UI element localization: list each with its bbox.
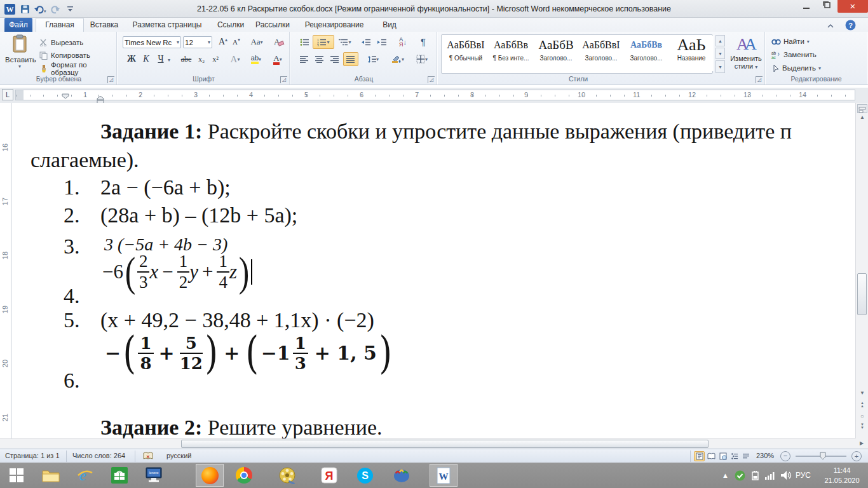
zoom-level[interactable]: 230% (756, 452, 774, 459)
select-button[interactable]: Выделить▾ (771, 62, 821, 74)
tab-home[interactable]: Главная (36, 18, 84, 32)
list-number-4[interactable]: 4. (64, 284, 80, 308)
tray-antivirus-icon[interactable] (735, 470, 745, 484)
cut-button[interactable]: Вырезать (39, 37, 83, 48)
font-size-combo[interactable]: 12▾ (183, 36, 212, 48)
list-item-5[interactable]: (x + 49,2 − 38,48 + 1,1x) · (−2) (100, 308, 374, 332)
styles-more-button[interactable]: ▼ (715, 60, 725, 73)
taskbar-file-explorer-icon[interactable] (37, 464, 65, 487)
taskbar-chrome-icon[interactable] (230, 464, 258, 487)
word-count[interactable]: Число слов: 264 (72, 452, 125, 459)
tab-page-layout[interactable]: Разметка страницы (125, 18, 210, 32)
font-color-button[interactable]: А▾ (268, 53, 287, 65)
multilevel-list-button[interactable]: ▾ (336, 36, 355, 48)
document-page[interactable]: Задание 1: Раскройте скобки и упростите … (12, 103, 855, 438)
maximize-button[interactable] (817, 0, 836, 13)
view-print-layout-button[interactable] (694, 451, 705, 461)
copy-button[interactable]: Копировать (39, 50, 90, 61)
taskbar-word-icon[interactable]: W (430, 464, 458, 487)
select-browse-object-button[interactable]: ○ (856, 413, 868, 419)
doc-heading1-cont[interactable]: слагаемые). (31, 148, 139, 172)
horizontal-ruler[interactable]: 1 2 3 4 5 6 7 8 9 10 11 12 13 14 (15, 90, 855, 100)
zoom-slider-thumb[interactable] (820, 452, 826, 461)
zoom-out-button[interactable]: − (780, 451, 790, 461)
tab-view[interactable]: Вид (375, 18, 404, 32)
vertical-ruler[interactable]: 16 17 18 19 20 21 (0, 103, 11, 438)
tab-insert[interactable]: Вставка (87, 18, 121, 32)
view-draft-button[interactable] (740, 451, 751, 461)
vertical-scrollbar-thumb[interactable] (857, 273, 867, 315)
bold-button[interactable]: Ж (125, 53, 139, 65)
styles-scroll-up-button[interactable]: ▲ (715, 35, 725, 46)
decrease-indent-button[interactable] (358, 36, 374, 48)
list-number-6[interactable]: 6. (64, 369, 80, 393)
tray-expand-arrow[interactable]: ▲ (722, 471, 729, 479)
strikethrough-button[interactable]: abc (178, 53, 194, 65)
ruler-toggle-button[interactable] (857, 104, 867, 113)
taskbar-store-icon[interactable] (105, 464, 133, 487)
style-card-heading1[interactable]: АаБбВЗаголово... (534, 36, 578, 71)
first-line-indent-marker[interactable] (62, 90, 69, 102)
list-number-1[interactable]: 1. (64, 175, 80, 200)
previous-page-button[interactable]: ▲▲ (856, 402, 868, 408)
ribbon-collapse-button[interactable] (826, 21, 835, 32)
replace-button[interactable]: abac Заменить (771, 49, 817, 60)
taskbar-yandex-icon[interactable]: Я (315, 464, 343, 487)
qat-customize-button[interactable] (64, 3, 78, 15)
align-left-button[interactable] (297, 53, 311, 65)
taskbar-skype-icon[interactable]: S (351, 464, 379, 487)
language-indicator[interactable]: русский (166, 452, 191, 459)
styles-dialog-launcher[interactable]: ◿ (756, 76, 763, 83)
style-card-normal[interactable]: АаБбВвІ¶ Обычный (444, 36, 488, 71)
paragraph-dialog-launcher[interactable]: ◿ (428, 76, 435, 83)
tray-network-icon[interactable] (764, 471, 776, 482)
style-card-heading3[interactable]: АаБбВвЗаголово... (624, 36, 668, 71)
horizontal-scrollbar[interactable] (0, 438, 855, 449)
justify-button[interactable] (343, 52, 358, 66)
line-spacing-button[interactable]: ▾ (363, 53, 383, 65)
align-right-button[interactable] (328, 53, 342, 65)
tray-language-indicator[interactable]: РУС (796, 471, 811, 480)
vscroll-up-arrow[interactable]: ▲ (856, 114, 868, 120)
numbering-button[interactable]: 123 ▾ (313, 35, 334, 49)
view-web-layout-button[interactable] (717, 451, 728, 461)
list-item-2[interactable]: (28a + b) – (12b + 5a); (100, 203, 297, 227)
next-page-button[interactable]: ▼▼ (856, 423, 868, 430)
show-marks-button[interactable]: ¶ (416, 35, 431, 48)
undo-button[interactable]: ▾ (33, 3, 47, 15)
tray-clock[interactable]: 11:44 21.05.2020 (820, 465, 864, 485)
horizontal-scrollbar-thumb[interactable] (181, 440, 709, 448)
change-styles-button[interactable]: AA Изменитьстили ▾ (729, 34, 763, 74)
borders-button[interactable]: ▾ (412, 53, 432, 65)
page-indicator[interactable]: Страница: 1 из 1 (5, 452, 60, 459)
font-dialog-launcher[interactable]: ◿ (280, 76, 287, 83)
vscroll-down-arrow[interactable]: ▼ (856, 390, 868, 396)
tab-review[interactable]: Рецензирование (297, 18, 372, 32)
equation-4[interactable]: −6 ( 23 x − 12 y + 14 z ) (102, 253, 252, 291)
taskbar-movie-maker-icon[interactable] (273, 464, 301, 487)
style-card-no-spacing[interactable]: АаБбВв¶ Без инте... (489, 36, 533, 71)
change-case-button[interactable]: Аа▾ (248, 36, 266, 48)
taskbar-firefox-icon[interactable] (196, 464, 224, 487)
italic-button[interactable]: К (139, 53, 153, 65)
view-fullscreen-reading-button[interactable] (706, 451, 717, 461)
view-outline-button[interactable] (729, 451, 740, 461)
grow-font-button[interactable]: А▴ (216, 36, 230, 48)
list-item-1[interactable]: 2a − (−6a + b); (100, 175, 231, 200)
tray-volume-icon[interactable] (780, 470, 792, 483)
save-button[interactable] (18, 3, 32, 15)
tab-mailings[interactable]: Рассылки (252, 18, 294, 32)
bullets-button[interactable] (297, 36, 311, 48)
styles-scroll-down-button[interactable]: ▼ (715, 48, 725, 59)
list-number-3[interactable]: 3. (64, 234, 80, 259)
equation-6[interactable]: − ( 18 + 512 ) + ( −1 13 + 1, 5 ) (105, 333, 394, 373)
font-family-combo[interactable]: Times New Rc▾ (123, 36, 181, 48)
redo-button[interactable] (48, 3, 62, 15)
tab-file[interactable]: Файл (4, 18, 32, 32)
list-number-5[interactable]: 5. (64, 308, 80, 332)
doc-heading1[interactable]: Задание 1: Раскройте скобки и упростите … (100, 119, 792, 144)
hscroll-right-arrow[interactable]: ▶ (855, 438, 868, 449)
increase-indent-button[interactable] (374, 36, 390, 48)
close-button[interactable]: × (837, 0, 868, 13)
tray-battery-icon[interactable] (750, 471, 761, 483)
